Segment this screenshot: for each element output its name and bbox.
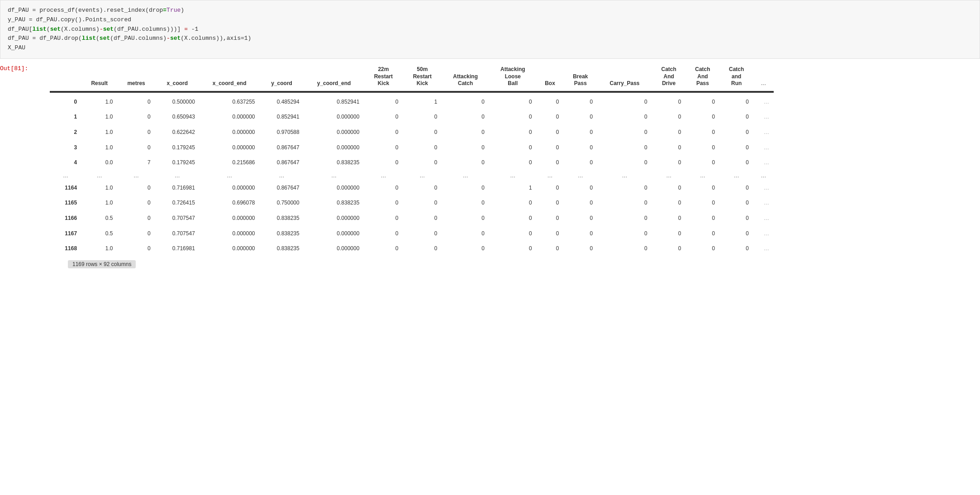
- cell-value: 0: [117, 109, 155, 125]
- table-row: 11670.500.7075470.0000000.8382350.000000…: [50, 226, 774, 242]
- cell-value: 0: [537, 181, 564, 196]
- cell-value: 0: [117, 125, 155, 140]
- cell-value: 0.838235: [260, 241, 304, 257]
- cell-value: 0.000000: [304, 226, 364, 242]
- table-header-row: Result metres x_coord x_coord_end y_coor…: [50, 64, 774, 91]
- cell-more: …: [753, 226, 774, 242]
- cell-value: 0.000000: [304, 211, 364, 226]
- cell-value: 0.000000: [304, 125, 364, 140]
- cell-value: 0: [563, 226, 597, 242]
- cell-value: 0: [537, 125, 564, 140]
- cell-value: 0: [489, 211, 537, 226]
- cell-value: 1.0: [81, 241, 117, 257]
- row-index: 2: [50, 125, 81, 140]
- cell-value: 0: [597, 241, 652, 257]
- cell-value: 0: [686, 109, 720, 125]
- cell-value: 0: [117, 211, 155, 226]
- col-ycoordend: y_coord_end: [304, 64, 364, 91]
- col-22m: 22mRestartKick: [364, 64, 403, 91]
- cell-value: 0.000000: [200, 241, 260, 257]
- cell-value: 0.750000: [260, 195, 304, 211]
- cell-value: 0: [719, 241, 753, 257]
- cell-value: 0: [652, 211, 686, 226]
- code-content: df_PAU = process_df(events).reset_index(…: [8, 6, 972, 53]
- cell-value: 1.0: [81, 140, 117, 156]
- code-cell: df_PAU = process_df(events).reset_index(…: [0, 0, 980, 59]
- cell-value: 0.000000: [200, 181, 260, 196]
- cell-value: 0.707547: [155, 211, 200, 226]
- cell-value: 0: [652, 140, 686, 156]
- cell-value: 0: [652, 125, 686, 140]
- cell-value: 0: [719, 125, 753, 140]
- table-row: 31.000.1792450.0000000.8676470.000000000…: [50, 140, 774, 156]
- cell-value: 0: [686, 125, 720, 140]
- table-row: 11.000.6509430.0000000.8529410.000000000…: [50, 109, 774, 125]
- cell-value: 0: [652, 241, 686, 257]
- cell-value: 0: [442, 140, 489, 156]
- cell-value: 0.867647: [260, 155, 304, 171]
- cell-value: 0.867647: [260, 181, 304, 196]
- cell-more: …: [753, 241, 774, 257]
- cell-value: 0: [403, 181, 442, 196]
- cell-value: 0.5: [81, 211, 117, 226]
- cell-value: 0: [686, 241, 720, 257]
- cell-value: 0: [442, 211, 489, 226]
- cell-value: 0: [719, 109, 753, 125]
- cell-value: 0.696078: [200, 195, 260, 211]
- cell-value: 0: [403, 226, 442, 242]
- cell-value: 0: [442, 155, 489, 171]
- cell-value: 0: [563, 155, 597, 171]
- cell-value: 0.716981: [155, 181, 200, 196]
- cell-value: 0: [117, 181, 155, 196]
- cell-value: 0: [563, 195, 597, 211]
- cell-more: …: [753, 125, 774, 140]
- col-catch-and-run: CatchandRun: [719, 64, 753, 91]
- cell-value: 0: [537, 211, 564, 226]
- cell-value: 0: [719, 92, 753, 110]
- cell-value: 0: [563, 92, 597, 110]
- cell-value: 0.707547: [155, 226, 200, 242]
- cell-value: 0: [442, 92, 489, 110]
- cell-value: 0: [403, 140, 442, 156]
- row-index: 1: [50, 109, 81, 125]
- col-break-pass: BreakPass: [563, 64, 597, 91]
- col-result: Result: [81, 64, 117, 91]
- cell-value: 0.852941: [304, 92, 364, 110]
- row-index: 0: [50, 92, 81, 110]
- index-header: [50, 64, 81, 91]
- cell-value: 0: [563, 241, 597, 257]
- output-label: Out[81]:: [0, 62, 50, 75]
- cell-more: …: [753, 92, 774, 110]
- cell-more: …: [753, 211, 774, 226]
- cell-value: 0.622642: [155, 125, 200, 140]
- cell-value: 0.726415: [155, 195, 200, 211]
- cell-value: 0: [652, 195, 686, 211]
- cell-value: 0: [117, 92, 155, 110]
- table-row: 01.000.5000000.6372550.4852940.852941010…: [50, 92, 774, 110]
- cell-value: 0.5: [81, 226, 117, 242]
- cell-value: 0: [563, 181, 597, 196]
- cell-more: …: [753, 181, 774, 196]
- cell-value: 0: [597, 109, 652, 125]
- cell-value: 0: [537, 195, 564, 211]
- cell-value: 0: [442, 226, 489, 242]
- output-area: Result metres x_coord x_coord_end y_coor…: [50, 61, 980, 276]
- cell-value: 0.000000: [304, 181, 364, 196]
- row-index: 1165: [50, 195, 81, 211]
- row-index: 1167: [50, 226, 81, 242]
- cell-value: 1.0: [81, 181, 117, 196]
- cell-value: 0.000000: [200, 109, 260, 125]
- cell-value: 0: [597, 125, 652, 140]
- cell-value: 0: [719, 155, 753, 171]
- cell-value: 0.000000: [304, 140, 364, 156]
- col-xcoordend: x_coord_end: [200, 64, 260, 91]
- col-metres: metres: [117, 64, 155, 91]
- row-index: 1164: [50, 181, 81, 196]
- cell-value: 0: [117, 140, 155, 156]
- cell-value: 0: [563, 109, 597, 125]
- cell-value: 0: [364, 155, 403, 171]
- cell-value: 0: [597, 195, 652, 211]
- cell-value: 0.000000: [200, 140, 260, 156]
- cell-value: 0: [597, 140, 652, 156]
- cell-value: 0: [563, 211, 597, 226]
